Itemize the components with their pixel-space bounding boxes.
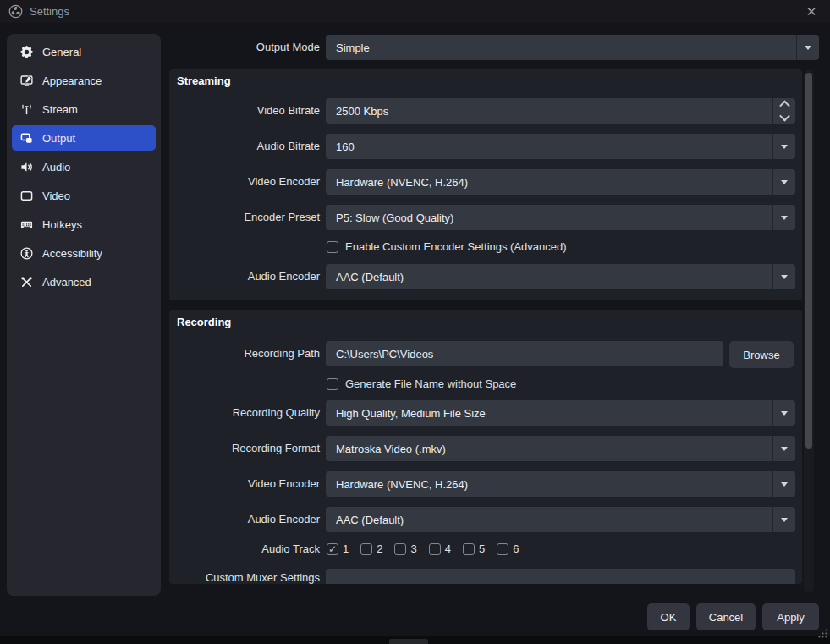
- recording-format-label: Recording Format: [171, 436, 320, 461]
- spin-down-button[interactable]: [773, 111, 795, 124]
- dropdown-arrow-icon: [772, 436, 795, 461]
- output-mode-label: Output Mode: [171, 35, 320, 60]
- audio-track-5-checkbox[interactable]: [463, 543, 475, 555]
- audio-track-6-label: 6: [513, 542, 519, 555]
- sidebar-item-hotkeys[interactable]: Hotkeys: [12, 212, 156, 237]
- sidebar-item-label: Accessibility: [42, 247, 102, 260]
- dropdown-arrow-icon: [772, 264, 795, 289]
- sidebar-item-label: Output: [42, 132, 75, 145]
- sidebar: General Appearance Stream Output Audio V…: [7, 34, 161, 596]
- custom-muxer-input[interactable]: [326, 569, 795, 584]
- output-mode-select[interactable]: Simple: [326, 35, 819, 60]
- output-icon: [20, 132, 33, 145]
- recording-path-label: Recording Path: [171, 341, 320, 366]
- rec-video-encoder-label: Video Encoder: [171, 471, 320, 497]
- cancel-button[interactable]: Cancel: [696, 603, 756, 630]
- stream-audio-encoder-value: AAC (Default): [326, 271, 772, 283]
- sidebar-item-label: Audio: [42, 161, 70, 173]
- dropdown-arrow-icon: [772, 400, 795, 426]
- rec-video-encoder-value: Hardware (NVENC, H.264): [326, 478, 772, 491]
- recording-quality-select[interactable]: High Quality, Medium File Size: [326, 400, 795, 426]
- custom-encoder-settings-row: Enable Custom Encoder Settings (Advanced…: [327, 240, 567, 253]
- sidebar-item-label: Stream: [42, 103, 78, 116]
- sidebar-item-label: Appearance: [42, 74, 102, 87]
- audio-track-label: Audio Track: [171, 537, 320, 562]
- scrollbar-thumb[interactable]: [805, 73, 812, 449]
- audio-track-6-checkbox[interactable]: [497, 543, 508, 555]
- audio-bitrate-value: 160: [326, 140, 772, 153]
- advanced-icon: [20, 276, 33, 289]
- dropdown-arrow-icon: [772, 134, 795, 159]
- sidebar-item-output[interactable]: Output: [12, 125, 156, 151]
- audio-track-2-checkbox[interactable]: [360, 543, 372, 555]
- custom-encoder-settings-label: Enable Custom Encoder Settings (Advanced…: [345, 240, 567, 253]
- audio-track-1-checkbox[interactable]: ✓: [327, 543, 338, 555]
- sidebar-item-video[interactable]: Video: [12, 183, 156, 208]
- dropdown-arrow-icon: [796, 35, 819, 60]
- sidebar-item-stream[interactable]: Stream: [12, 96, 156, 122]
- recording-header: Recording: [177, 316, 231, 328]
- appearance-icon: [20, 74, 33, 87]
- stream-video-encoder-label: Video Encoder: [171, 169, 320, 195]
- sidebar-item-advanced[interactable]: Advanced: [12, 269, 156, 294]
- dropdown-arrow-icon: [772, 507, 795, 532]
- audio-track-group: ✓ 1 2 3 4 5 6: [327, 542, 526, 555]
- rec-audio-encoder-select[interactable]: AAC (Default): [326, 507, 795, 532]
- encoder-preset-select[interactable]: P5: Slow (Good Quality): [326, 205, 795, 230]
- output-mode-value: Simple: [326, 41, 796, 54]
- stream-audio-encoder-select[interactable]: AAC (Default): [326, 264, 795, 289]
- stream-audio-encoder-label: Audio Encoder: [171, 264, 320, 289]
- audio-track-5-label: 5: [479, 542, 485, 555]
- recording-path-input[interactable]: C:\Users\PC\Videos: [326, 341, 723, 366]
- generate-filename-checkbox[interactable]: [327, 378, 338, 390]
- recording-format-select[interactable]: Matroska Video (.mkv): [326, 436, 795, 461]
- recording-quality-label: Recording Quality: [171, 400, 320, 426]
- sidebar-item-appearance[interactable]: Appearance: [12, 68, 156, 93]
- vertical-scrollbar[interactable]: [804, 69, 814, 592]
- audio-bitrate-label: Audio Bitrate: [171, 134, 320, 159]
- audio-track-3-checkbox[interactable]: [394, 543, 406, 555]
- video-icon: [20, 190, 33, 202]
- apply-button[interactable]: Apply: [762, 603, 819, 630]
- recording-quality-value: High Quality, Medium File Size: [326, 407, 772, 420]
- close-icon[interactable]: ✕: [801, 2, 822, 22]
- audio-track-1-label: 1: [343, 542, 349, 555]
- stream-video-encoder-select[interactable]: Hardware (NVENC, H.264): [326, 169, 795, 195]
- dropdown-arrow-icon: [772, 471, 795, 497]
- audio-track-4-checkbox[interactable]: [429, 543, 441, 555]
- stream-video-encoder-value: Hardware (NVENC, H.264): [326, 176, 772, 189]
- custom-muxer-label: Custom Muxer Settings: [171, 565, 320, 584]
- audio-track-4-label: 4: [445, 542, 451, 555]
- audio-bitrate-select[interactable]: 160: [326, 134, 795, 159]
- sidebar-item-label: Video: [42, 190, 70, 202]
- sidebar-item-label: General: [42, 46, 81, 58]
- resize-grip-icon[interactable]: [816, 627, 828, 639]
- recording-path-value: C:\Users\PC\Videos: [326, 348, 723, 361]
- background-app-strip: [0, 636, 830, 644]
- sidebar-item-accessibility[interactable]: Accessibility: [12, 240, 156, 266]
- generate-filename-label: Generate File Name without Space: [345, 377, 516, 390]
- stream-icon: [20, 103, 33, 116]
- obs-logo-icon: [8, 4, 23, 19]
- audio-track-3-label: 3: [410, 542, 416, 555]
- encoder-preset-value: P5: Slow (Good Quality): [326, 212, 772, 224]
- encoder-preset-label: Encoder Preset: [171, 205, 320, 230]
- video-bitrate-value: 2500 Kbps: [326, 105, 772, 118]
- audio-icon: [20, 161, 33, 173]
- settings-window: Settings ✕ General Appearance Stream Out…: [0, 0, 830, 644]
- ok-button[interactable]: OK: [647, 603, 690, 630]
- dropdown-arrow-icon: [772, 169, 795, 195]
- browse-button[interactable]: Browse: [729, 341, 794, 368]
- rec-audio-encoder-value: AAC (Default): [326, 514, 772, 526]
- background-app-sliver: [389, 639, 428, 644]
- accessibility-icon: [20, 247, 33, 260]
- rec-video-encoder-select[interactable]: Hardware (NVENC, H.264): [326, 471, 795, 497]
- hotkeys-icon: [20, 218, 33, 231]
- rec-audio-encoder-label: Audio Encoder: [171, 507, 320, 532]
- custom-encoder-settings-checkbox[interactable]: [327, 241, 338, 253]
- spin-up-button[interactable]: [773, 98, 795, 111]
- sidebar-item-general[interactable]: General: [12, 39, 156, 64]
- sidebar-item-audio[interactable]: Audio: [12, 154, 156, 179]
- video-bitrate-spinbox[interactable]: 2500 Kbps: [326, 98, 795, 124]
- recording-format-value: Matroska Video (.mkv): [326, 443, 772, 455]
